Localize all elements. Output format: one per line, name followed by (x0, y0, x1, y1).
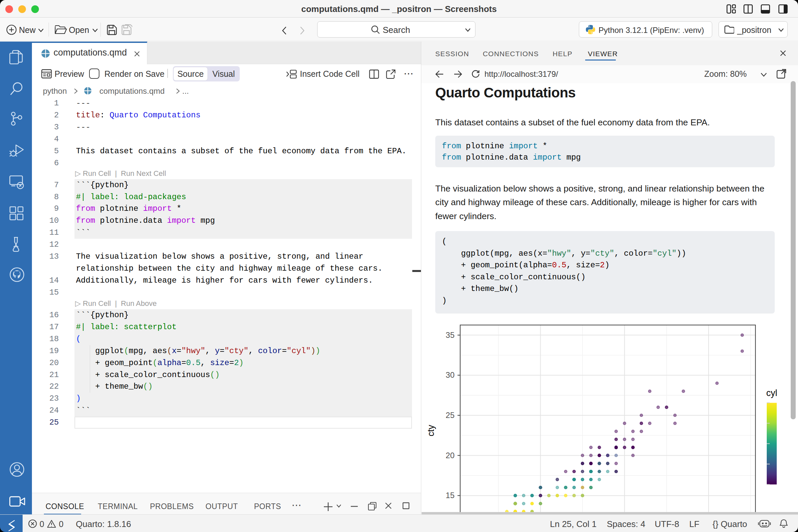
svg-text:20: 20 (445, 451, 455, 460)
svg-text:35: 35 (445, 330, 455, 340)
svg-text:15: 15 (445, 491, 455, 500)
svg-text:25: 25 (445, 411, 455, 420)
svg-text:cyl: cyl (766, 388, 777, 398)
svg-text:30: 30 (445, 370, 455, 379)
svg-text:cty: cty (426, 424, 436, 436)
